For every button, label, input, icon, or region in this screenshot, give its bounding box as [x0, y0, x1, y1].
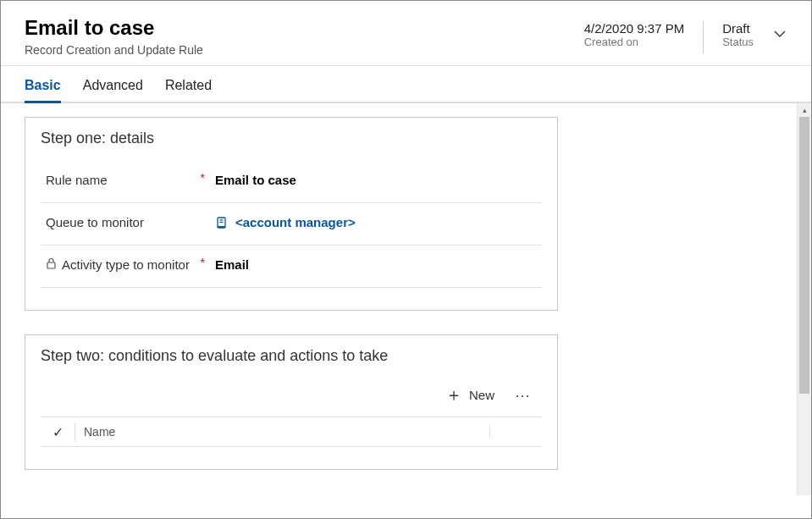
grid-divider [75, 422, 75, 441]
svg-rect-3 [47, 262, 55, 268]
status-label: Status [722, 36, 754, 48]
header-divider [703, 21, 704, 53]
rule-name-label: Rule name [46, 173, 108, 187]
scrollbar[interactable]: ▴ [797, 103, 811, 495]
queue-row: Queue to monitor <account manager> [41, 203, 542, 246]
step-two-title: Step two: conditions to evaluate and act… [41, 347, 542, 365]
expand-header-button[interactable] [772, 26, 787, 44]
page-title: Email to case [25, 16, 203, 40]
lock-icon [46, 257, 57, 269]
header-left: Email to case Record Creation and Update… [25, 16, 203, 57]
column-name[interactable]: Name [84, 425, 490, 439]
tab-related[interactable]: Related [165, 78, 212, 102]
queue-lookup[interactable]: <account manager> [215, 212, 542, 229]
plus-icon: ＋ [445, 384, 462, 406]
select-all-check[interactable]: ✓ [49, 424, 66, 440]
queue-icon [215, 216, 229, 229]
required-indicator: * [201, 171, 205, 185]
header-right: 4/2/2020 9:37 PM Created on Draft Status [584, 16, 787, 53]
created-on-value: 4/2/2020 9:37 PM [584, 21, 684, 36]
tab-basic[interactable]: Basic [25, 78, 61, 102]
created-on-field: 4/2/2020 9:37 PM Created on [584, 21, 684, 48]
created-on-label: Created on [584, 36, 684, 48]
more-commands-button[interactable]: ⋯ [515, 386, 532, 405]
queue-value: <account manager> [235, 215, 356, 229]
queue-label: Queue to monitor [46, 215, 144, 229]
step-one-title: Step one: details [41, 130, 542, 147]
new-button-label: New [469, 388, 494, 402]
step-two-panel: Step two: conditions to evaluate and act… [25, 334, 558, 470]
step-two-toolbar: ＋ New ⋯ [41, 378, 542, 411]
scroll-up-arrow[interactable]: ▴ [798, 103, 811, 117]
status-field: Draft Status [722, 21, 754, 48]
step-one-panel: Step one: details Rule name * Email to c… [25, 117, 558, 311]
main-content: Step one: details Rule name * Email to c… [1, 103, 797, 495]
activity-type-value: Email [215, 254, 542, 272]
scroll-thumb[interactable] [799, 117, 809, 394]
tab-advanced[interactable]: Advanced [83, 78, 143, 102]
chevron-down-icon [772, 26, 787, 41]
activity-type-row: Activity type to monitor * Email [41, 246, 542, 288]
rule-name-row: Rule name * Email to case [41, 161, 542, 203]
grid-header: ✓ Name [41, 417, 542, 447]
form-header: Email to case Record Creation and Update… [1, 1, 811, 66]
rule-name-input[interactable]: Email to case [215, 169, 542, 187]
status-value: Draft [722, 21, 754, 36]
tabs: Basic Advanced Related [1, 66, 811, 103]
required-indicator: * [201, 256, 205, 269]
entity-name: Record Creation and Update Rule [25, 43, 203, 57]
activity-type-label: Activity type to monitor [62, 257, 190, 272]
new-button[interactable]: ＋ New [445, 384, 494, 406]
